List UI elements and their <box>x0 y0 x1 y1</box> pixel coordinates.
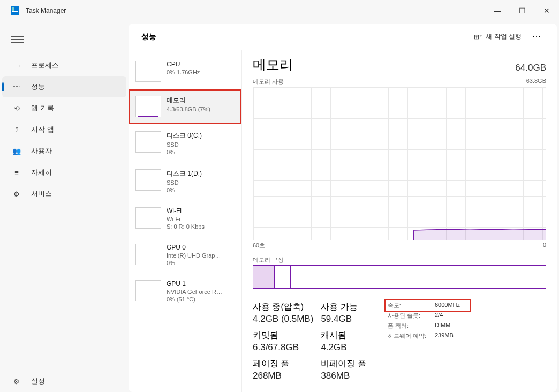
cpu-thumbnail-chart <box>135 61 161 82</box>
perf-item-sub: Intel(R) UHD Grap… <box>167 252 221 259</box>
perf-item-memory[interactable]: 메모리 4.3/63.8GB (7%) <box>129 89 241 124</box>
disk1-thumbnail-chart <box>135 169 161 191</box>
new-task-button[interactable]: ⊞⁺ 새 작업 실행 <box>474 32 522 41</box>
usage-label: 메모리 사용 <box>253 78 284 86</box>
speed-value: 6000MHz <box>435 301 460 310</box>
perf-item-sub2: S: 0 R: 0 Kbps <box>167 223 205 230</box>
perf-item-sub: Wi-Fi <box>167 216 205 222</box>
disk0-thumbnail-chart <box>135 131 161 153</box>
app-icon <box>11 6 19 15</box>
users-icon: 👥 <box>12 146 21 156</box>
nav-label: 성능 <box>31 82 45 92</box>
perf-item-title: 디스크 1(D:) <box>167 169 202 178</box>
perf-item-disk-1[interactable]: 디스크 1(D:) SSD 0% <box>129 162 241 200</box>
time-left: 60초 <box>253 242 265 250</box>
hw-reserved-value: 239MB <box>435 332 460 340</box>
perf-item-title: CPU <box>167 61 200 68</box>
perf-item-sub2: 0% <box>167 149 202 155</box>
perf-item-sub: SSD <box>167 179 202 186</box>
paged-label: 페이징 풀 <box>253 358 313 370</box>
gpu1-thumbnail-chart <box>135 280 161 301</box>
nav-app-history[interactable]: ⟲ 앱 기록 <box>2 97 126 119</box>
details-icon: ≡ <box>12 168 21 177</box>
history-icon: ⟲ <box>12 103 21 113</box>
composition-segment-inuse <box>253 266 275 288</box>
perf-item-cpu[interactable]: CPU 0% 1.76GHz <box>129 54 241 89</box>
slots-label: 사용된 슬롯: <box>388 312 426 320</box>
composition-label: 메모리 구성 <box>253 256 546 264</box>
perf-resource-list: CPU 0% 1.76GHz 메모리 4.3/63.8GB (7%) 디스크 0… <box>129 50 242 392</box>
app-title: Task Manager <box>26 7 66 14</box>
nav-settings[interactable]: ⚙ 설정 <box>2 371 126 392</box>
hamburger-button[interactable] <box>11 33 24 46</box>
perf-item-gpu-1[interactable]: GPU 1 NVIDIA GeForce R… 0% (51 °C) <box>129 273 241 310</box>
startup-icon: ⤴ <box>12 125 21 134</box>
nav-performance[interactable]: 〰 성능 <box>2 76 126 97</box>
close-button[interactable]: ✕ <box>534 0 559 21</box>
form-value: DIMM <box>435 322 460 330</box>
in-use-value: 4.2GB (0.5MB) <box>253 314 313 325</box>
nav-label: 자세히 <box>31 168 52 177</box>
paged-value: 268MB <box>253 371 313 381</box>
memory-total: 64.0GB <box>515 63 546 73</box>
nav-label: 시작 앱 <box>31 125 54 134</box>
nav-label: 설정 <box>31 376 45 386</box>
navigation-sidebar: ▭ 프로세스 〰 성능 ⟲ 앱 기록 ⤴ 시작 앱 👥 사용자 ≡ 자세히 ⚙ … <box>0 21 129 392</box>
memory-specs-block: 속도: 6000MHz 사용된 슬롯: 2/4 폼 팩터: DIMM 하드웨어 … <box>388 301 460 381</box>
gpu0-thumbnail-chart <box>135 244 161 265</box>
new-task-label: 새 작업 실행 <box>486 32 522 41</box>
perf-item-sub: NVIDIA GeForce R… <box>167 289 222 295</box>
perf-item-disk-0[interactable]: 디스크 0(C:) SSD 0% <box>129 124 241 162</box>
in-use-label: 사용 중(압축) <box>253 301 313 313</box>
minimize-button[interactable]: — <box>485 0 510 21</box>
perf-item-sub: 4.3/63.8GB (7%) <box>167 106 210 112</box>
gear-icon: ⚙ <box>12 376 21 386</box>
nav-label: 프로세스 <box>31 61 59 70</box>
nonpaged-value: 386MB <box>321 371 366 381</box>
slots-value: 2/4 <box>435 312 460 320</box>
perf-item-gpu-0[interactable]: GPU 0 Intel(R) UHD Grap… 0% <box>129 237 241 273</box>
nav-users[interactable]: 👥 사용자 <box>2 140 126 162</box>
nav-label: 사용자 <box>31 146 52 156</box>
cached-label: 캐시됨 <box>321 330 366 341</box>
time-right: 0 <box>543 242 546 250</box>
perf-item-title: Wi-Fi <box>167 207 205 215</box>
perf-item-title: 메모리 <box>167 96 210 105</box>
perf-item-wifi[interactable]: Wi-Fi Wi-Fi S: 0 R: 0 Kbps <box>129 200 241 237</box>
perf-item-sub2: 0% (51 °C) <box>167 296 222 303</box>
form-label: 폼 팩터: <box>388 322 426 330</box>
memory-composition-bar <box>253 265 546 289</box>
maximize-button[interactable]: ☐ <box>510 0 534 21</box>
new-task-icon: ⊞⁺ <box>474 33 482 41</box>
cached-value: 4.2GB <box>321 342 366 353</box>
nav-processes[interactable]: ▭ 프로세스 <box>2 55 126 76</box>
avail-value: 59.4GB <box>321 314 366 325</box>
services-icon: ⚙ <box>12 189 21 199</box>
perf-item-sub2: 0% <box>167 187 202 193</box>
perf-item-sub2: 0% <box>167 260 221 266</box>
page-title: 성능 <box>141 32 156 42</box>
perf-item-title: 디스크 0(C:) <box>167 131 202 140</box>
perf-item-title: GPU 1 <box>167 280 222 288</box>
composition-segment-modified <box>275 266 291 288</box>
nav-details[interactable]: ≡ 자세히 <box>2 162 126 183</box>
committed-label: 커밋됨 <box>253 330 313 341</box>
memory-usage-chart <box>253 87 546 240</box>
nav-label: 앱 기록 <box>31 103 54 113</box>
memory-detail-panel: 메모리 64.0GB 메모리 사용 63.8GB 60초 0 <box>242 50 557 392</box>
more-button[interactable]: ⋯ <box>530 29 544 44</box>
performance-icon: 〰 <box>12 82 21 92</box>
wifi-thumbnail-chart <box>135 207 161 229</box>
hw-reserved-label: 하드웨어 예약: <box>388 332 426 340</box>
perf-item-title: GPU 0 <box>167 244 221 251</box>
committed-value: 6.3/67.8GB <box>253 342 313 353</box>
perf-item-sub: SSD <box>167 141 202 148</box>
content-panel: 성능 ⊞⁺ 새 작업 실행 ⋯ CPU 0% 1.76GHz <box>129 24 557 392</box>
processes-icon: ▭ <box>12 61 21 70</box>
speed-label: 속도: <box>388 301 426 310</box>
nav-label: 서비스 <box>31 189 52 199</box>
perf-item-sub: 0% 1.76GHz <box>167 69 200 76</box>
nav-startup[interactable]: ⤴ 시작 앱 <box>2 119 126 140</box>
avail-label: 사용 가능 <box>321 301 366 313</box>
nav-services[interactable]: ⚙ 서비스 <box>2 183 126 205</box>
